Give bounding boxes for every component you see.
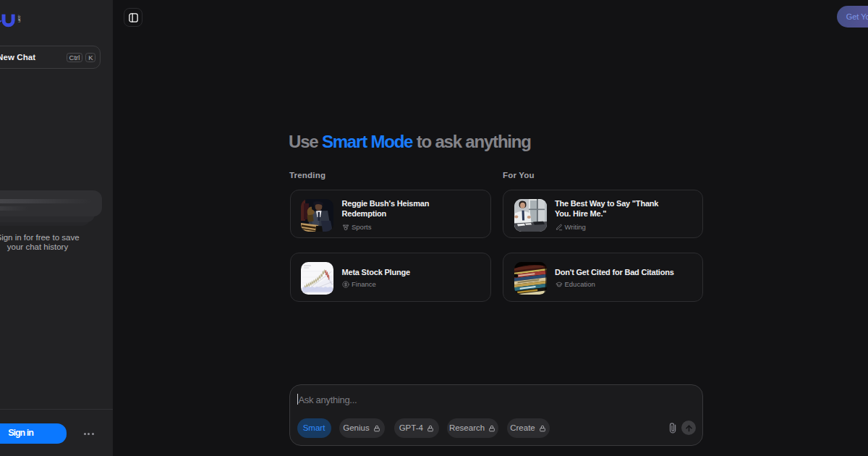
svg-text:.com: .com xyxy=(17,14,22,22)
